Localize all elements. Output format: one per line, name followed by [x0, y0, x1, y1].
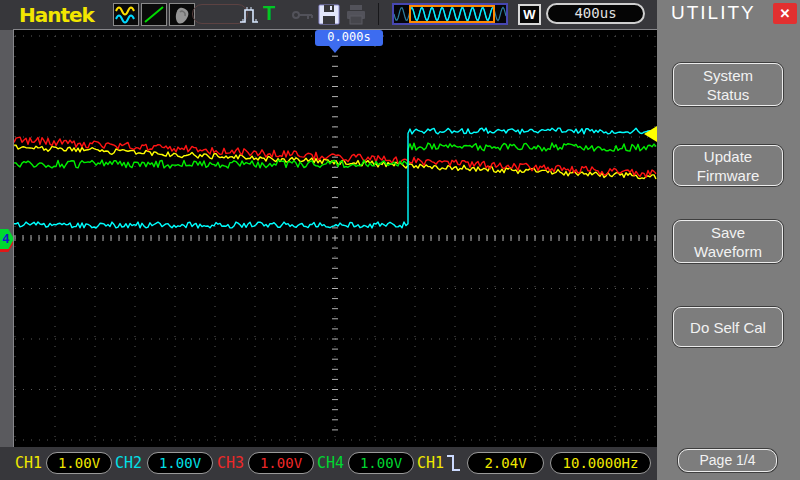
channel-status-bar: CH1 1.00V CH2 1.00V CH3 1.00V CH4 1.00V … — [0, 447, 657, 480]
update-firmware-button[interactable]: Update Firmware — [673, 145, 783, 186]
ch2-label: CH2 — [115, 454, 142, 472]
timebase-readout: 400us — [546, 3, 645, 24]
key-lock-icon — [291, 3, 315, 26]
ch3-scale-readout: 1.00V — [248, 452, 314, 474]
ch4-label: CH4 — [317, 454, 344, 472]
do-self-cal-button[interactable]: Do Self Cal — [673, 307, 783, 347]
key-glyph — [291, 3, 315, 26]
ch4-scale-readout: 1.00V — [348, 452, 414, 474]
printer-glyph — [344, 3, 368, 26]
print-icon — [344, 3, 368, 26]
hand-glyph — [170, 4, 194, 25]
toolbar-separator — [378, 3, 379, 25]
left-marker-strip: 4 — [0, 30, 14, 447]
utility-menu-panel: UTILITY ✕ System Status Update Firmware … — [657, 0, 800, 480]
graticule-grid — [15, 36, 655, 440]
preview-wave — [394, 5, 506, 23]
window-mode-icon[interactable]: W — [518, 4, 541, 25]
diagonal-line-glyph — [142, 4, 166, 25]
line-cursor-icon[interactable] — [141, 3, 167, 26]
waveform-preview-window[interactable] — [392, 3, 508, 25]
top-toolbar: Hantek T — [0, 0, 657, 30]
trigger-position-pointer-icon — [329, 46, 341, 53]
channel-waveforms-icon[interactable] — [113, 3, 139, 26]
close-menu-button[interactable]: ✕ — [773, 3, 797, 24]
trigger-frequency-readout: 10.0000Hz — [550, 452, 651, 474]
waves-glyph — [114, 4, 138, 25]
floppy-glyph — [317, 3, 341, 26]
ch3-label: CH3 — [217, 454, 244, 472]
trigger-level-marker-icon[interactable] — [644, 126, 657, 142]
system-status-button[interactable]: System Status — [673, 63, 783, 106]
trigger-level-readout: 2.04V — [467, 452, 544, 474]
ch2-scale-readout: 1.00V — [147, 452, 213, 474]
save-disk-icon[interactable] — [317, 3, 341, 26]
trigger-source-label: CH1 — [417, 454, 444, 472]
page-indicator-button[interactable]: Page 1/4 — [678, 449, 777, 472]
waveform-plot — [14, 30, 657, 447]
waveform-display: 0.000s — [14, 30, 657, 447]
trigger-position-tag[interactable]: 0.000s — [315, 30, 383, 46]
falling-edge-icon — [445, 453, 464, 474]
waveform-traces — [14, 128, 656, 228]
pulse-glyph — [238, 3, 262, 26]
hantek-logo: Hantek — [19, 3, 94, 27]
ch1-label: CH1 — [15, 454, 42, 472]
oscilloscope-screen: { "topbar": { "logo": "Hantek", "trigger… — [0, 0, 800, 480]
save-waveform-button[interactable]: Save Waveform — [673, 220, 783, 263]
pulse-trigger-icon[interactable] — [238, 3, 262, 26]
menu-title: UTILITY — [671, 2, 756, 24]
ch1-scale-readout: 1.00V — [46, 452, 112, 474]
trigger-t-icon[interactable]: T — [263, 2, 275, 25]
channel4-ground-marker[interactable]: 4 — [0, 229, 14, 249]
